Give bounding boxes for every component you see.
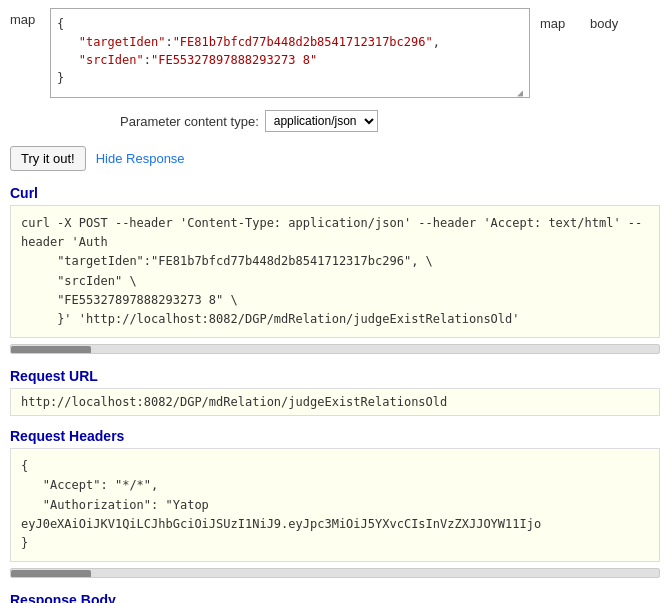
curl-line6: }' 'http://localhost:8082/DGP/mdRelation… — [50, 312, 520, 326]
response-body-section: Response Body {"success":false,"msg":"已经… — [0, 586, 670, 603]
curl-section: Curl curl -X POST --header 'Content-Type… — [0, 179, 670, 338]
content-type-select[interactable]: application/json text/plain application/… — [265, 110, 378, 132]
curl-scrollbar-thumb — [11, 346, 91, 354]
json-brace-close: } — [57, 71, 64, 85]
textarea-resize-handle[interactable]: ◢ — [517, 85, 527, 95]
json-key-targetiden: "targetIden" — [79, 35, 166, 49]
request-headers-box: { "Accept": "*/*", "Authorization": "Yat… — [10, 448, 660, 562]
headers-accept-key: "Accept" — [35, 478, 100, 492]
top-bar: map { "targetIden":"FE81b7bfcd77b448d2b8… — [0, 0, 670, 104]
json-textarea[interactable]: { "targetIden":"FE81b7bfcd77b448d2b85417… — [50, 8, 530, 98]
curl-line3: "targetIden":"FE81b7bfcd77b448d2b8541712… — [50, 254, 433, 268]
json-val-srciden: "FE55327897888293273 8" — [151, 53, 317, 67]
hide-response-link[interactable]: Hide Response — [96, 151, 185, 166]
curl-scrollbar[interactable] — [10, 344, 660, 354]
request-url-box: http://localhost:8082/DGP/mdRelation/jud… — [10, 388, 660, 416]
request-headers-section: Request Headers { "Accept": "*/*", "Auth… — [0, 422, 670, 562]
request-url-value: http://localhost:8082/DGP/mdRelation/jud… — [21, 395, 447, 409]
request-url-title: Request URL — [10, 368, 660, 384]
headers-brace-close: } — [21, 536, 28, 550]
headers-accept-val: "*/*", — [115, 478, 158, 492]
param-content-type-row: Parameter content type: application/json… — [0, 104, 670, 140]
response-body-title: Response Body — [10, 592, 660, 603]
right-labels: map body — [540, 8, 660, 31]
curl-code-box: curl -X POST --header 'Content-Type: app… — [10, 205, 660, 338]
try-it-button[interactable]: Try it out! — [10, 146, 86, 171]
request-headers-title: Request Headers — [10, 428, 660, 444]
json-brace-open: { — [57, 17, 64, 31]
request-url-section: Request URL http://localhost:8082/DGP/md… — [0, 362, 670, 416]
try-it-row: Try it out! Hide Response — [0, 140, 670, 179]
headers-brace-open: { — [21, 459, 28, 473]
curl-line1: curl -X POST --header 'Content-Type: app… — [21, 216, 642, 249]
map-label-right: map — [540, 12, 570, 31]
headers-scrollbar-thumb — [11, 570, 91, 578]
body-label: body — [590, 12, 620, 31]
curl-line4: "srcIden" \ — [50, 274, 137, 288]
json-key-srciden: "srcIden" — [79, 53, 144, 67]
param-content-type-label: Parameter content type: — [120, 114, 259, 129]
headers-scrollbar[interactable] — [10, 568, 660, 578]
json-val-targetiden: "FE81b7bfcd77b448d2b8541712317bc296" — [173, 35, 433, 49]
curl-line5: "FE55327897888293273 8" \ — [50, 293, 238, 307]
headers-auth-key: "Authorization" — [35, 498, 151, 512]
json-textarea-wrap: { "targetIden":"FE81b7bfcd77b448d2b85417… — [50, 8, 530, 98]
curl-title: Curl — [10, 185, 660, 201]
map-label-left: map — [10, 8, 40, 27]
json-content: { "targetIden":"FE81b7bfcd77b448d2b85417… — [57, 15, 523, 87]
